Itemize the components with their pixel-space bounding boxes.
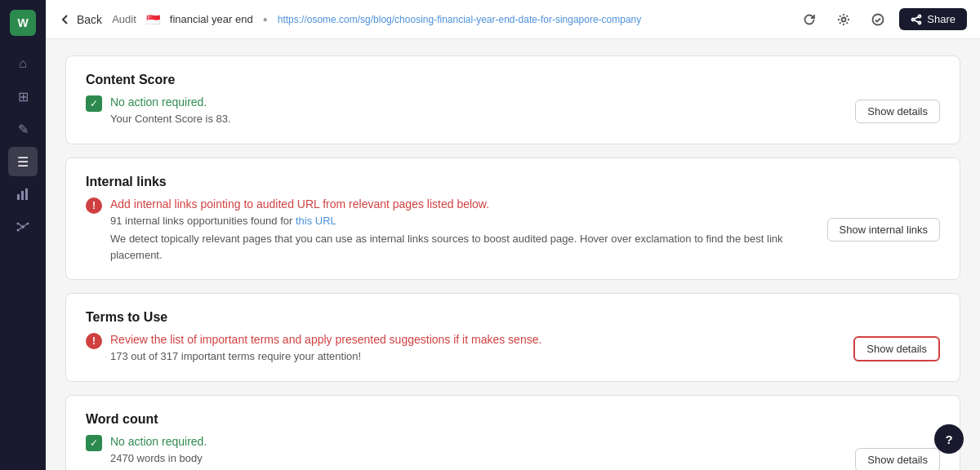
svg-rect-0 bbox=[17, 194, 20, 200]
sidebar-item-dashboard[interactable]: ⊞ bbox=[8, 82, 38, 111]
settings-button[interactable] bbox=[831, 7, 857, 33]
svg-point-14 bbox=[919, 21, 921, 24]
internal-links-desc1: 91 internal links opportunities found fo… bbox=[110, 213, 814, 229]
sidebar: W ⌂ ⊞ ✎ ☰ bbox=[0, 0, 46, 470]
topbar: Back Audit 🇸🇬 financial year end ● https… bbox=[46, 0, 980, 39]
word-count-desc1: 2470 words in body bbox=[110, 450, 529, 467]
audit-label: Audit bbox=[112, 13, 136, 25]
svg-point-11 bbox=[873, 14, 884, 24]
svg-line-16 bbox=[915, 20, 919, 21]
sidebar-item-edit[interactable]: ✎ bbox=[8, 114, 38, 144]
terms-to-use-status: Review the list of important terms and a… bbox=[110, 333, 541, 346]
word-count-text: No action required. 2470 words in body Y… bbox=[110, 435, 529, 471]
svg-line-8 bbox=[24, 224, 27, 227]
svg-point-12 bbox=[919, 15, 921, 17]
svg-point-6 bbox=[17, 229, 20, 232]
check-icon: ✓ bbox=[86, 95, 102, 112]
internal-links-text: Add internal links pointing to audited U… bbox=[110, 197, 814, 264]
terms-to-use-title: Terms to Use bbox=[86, 310, 940, 325]
content-score-description: Your Content Score is 83. bbox=[110, 111, 231, 127]
internal-links-content: ! Add internal links pointing to audited… bbox=[86, 197, 814, 264]
svg-rect-1 bbox=[21, 191, 24, 200]
internal-links-desc2: We detect topically relevant pages that … bbox=[110, 231, 814, 263]
svg-line-7 bbox=[20, 224, 22, 227]
sidebar-item-network[interactable] bbox=[8, 212, 38, 242]
share-button[interactable]: Share bbox=[899, 8, 967, 30]
svg-line-15 bbox=[915, 16, 919, 18]
content-score-content: ✓ No action required. Your Content Score… bbox=[86, 95, 842, 127]
error-icon: ! bbox=[86, 197, 102, 214]
internal-links-url[interactable]: this URL bbox=[296, 215, 336, 227]
svg-point-3 bbox=[21, 225, 24, 228]
sidebar-item-home[interactable]: ⌂ bbox=[8, 49, 38, 78]
content-area: Content Score ✓ No action required. Your… bbox=[46, 39, 980, 470]
terms-to-use-content: ! Review the list of important terms and… bbox=[86, 333, 840, 365]
content-score-text: No action required. Your Content Score i… bbox=[110, 95, 231, 127]
main-area: Back Audit 🇸🇬 financial year end ● https… bbox=[46, 0, 980, 470]
share-label: Share bbox=[927, 13, 956, 25]
topbar-actions: Share bbox=[796, 7, 967, 33]
internal-links-status: Add internal links pointing to audited U… bbox=[110, 197, 814, 211]
svg-point-4 bbox=[17, 223, 20, 225]
svg-line-9 bbox=[20, 228, 22, 230]
content-score-body: ✓ No action required. Your Content Score… bbox=[86, 95, 940, 127]
page-url[interactable]: https://osome.com/sg/blog/choosing-finan… bbox=[278, 14, 642, 25]
refresh-button[interactable] bbox=[796, 7, 822, 33]
svg-point-13 bbox=[912, 18, 915, 20]
content-score-show-details-button[interactable]: Show details bbox=[855, 100, 940, 123]
internal-links-card: Internal links ! Add internal links poin… bbox=[65, 157, 960, 281]
back-label: Back bbox=[77, 13, 102, 26]
sidebar-item-content[interactable]: ☰ bbox=[8, 147, 38, 176]
word-count-body: ✓ No action required. 2470 words in body… bbox=[86, 435, 940, 471]
terms-to-use-card: Terms to Use ! Review the list of import… bbox=[65, 293, 960, 382]
avatar: W bbox=[10, 10, 36, 36]
content-score-card: Content Score ✓ No action required. Your… bbox=[65, 55, 960, 144]
word-count-card: Word count ✓ No action required. 2470 wo… bbox=[65, 395, 960, 471]
terms-to-use-text: Review the list of important terms and a… bbox=[110, 333, 541, 365]
word-count-check-icon: ✓ bbox=[86, 435, 102, 451]
help-button[interactable]: ? bbox=[934, 424, 964, 454]
svg-point-10 bbox=[842, 17, 846, 21]
internal-links-title: Internal links bbox=[86, 175, 940, 189]
internal-links-body: ! Add internal links pointing to audited… bbox=[86, 197, 940, 264]
terms-to-use-body: ! Review the list of important terms and… bbox=[86, 333, 940, 365]
svg-rect-2 bbox=[25, 188, 28, 200]
terms-error-icon: ! bbox=[86, 333, 102, 349]
word-count-content: ✓ No action required. 2470 words in body… bbox=[86, 435, 842, 471]
content-score-title: Content Score bbox=[86, 73, 940, 87]
country-flag: 🇸🇬 bbox=[146, 13, 160, 26]
separator-dot: ● bbox=[263, 15, 268, 24]
sidebar-item-chart[interactable] bbox=[8, 180, 38, 209]
word-count-title: Word count bbox=[86, 412, 940, 427]
check-circle-button[interactable] bbox=[865, 7, 891, 33]
word-count-show-details-button[interactable]: Show details bbox=[855, 448, 940, 471]
page-title: financial year end bbox=[170, 13, 253, 25]
terms-to-use-description: 173 out of 317 important terms require y… bbox=[110, 348, 541, 365]
svg-point-5 bbox=[27, 223, 29, 225]
back-button[interactable]: Back bbox=[59, 13, 102, 26]
terms-to-use-show-details-button[interactable]: Show details bbox=[853, 336, 940, 361]
word-count-status: No action required. bbox=[110, 435, 529, 448]
content-score-status: No action required. bbox=[110, 95, 231, 109]
show-internal-links-button[interactable]: Show internal links bbox=[827, 218, 940, 242]
